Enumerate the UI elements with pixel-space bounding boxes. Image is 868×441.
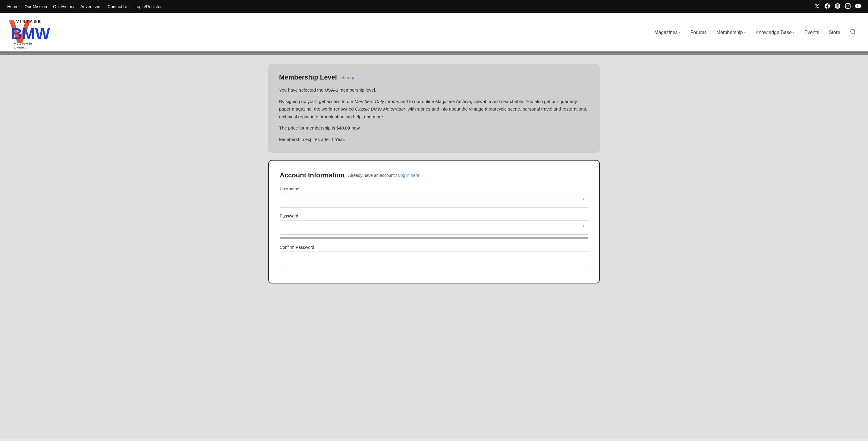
svg-text:BMW: BMW [11, 25, 50, 42]
login-here-link[interactable]: Log in here [398, 173, 419, 178]
account-info-title: Account Information Already have an acco… [280, 171, 588, 179]
username-label: Username [280, 186, 588, 191]
page-content: Membership Level change You have selecte… [0, 55, 868, 439]
nav-our-mission[interactable]: Our Mission [24, 4, 47, 9]
search-icon[interactable] [850, 29, 856, 36]
password-input[interactable] [280, 220, 588, 235]
password-input-wrapper: * [280, 220, 588, 235]
pinterest-icon[interactable] [835, 3, 840, 10]
username-field-group: Username * [280, 186, 588, 208]
confirm-password-label: Confirm Password [280, 245, 588, 250]
nav-magazines[interactable]: Magazines ▾ [654, 30, 681, 35]
facebook-icon[interactable] [825, 3, 830, 10]
expiry-text: Membership expires after 1 Year. [279, 135, 589, 144]
confirm-password-field-group: Confirm Password [280, 245, 588, 266]
instagram-icon[interactable] [845, 3, 850, 10]
price-text: The price for membership is $40.00 now. [279, 124, 589, 132]
twitter-icon[interactable] [814, 3, 820, 10]
username-required-star: * [583, 198, 585, 203]
top-nav: Home Our Mission Our History Advertisers… [7, 4, 161, 9]
svg-line-6 [854, 33, 855, 34]
membership-description: By signing up you'll get access to our M… [279, 98, 589, 121]
svg-point-5 [851, 30, 855, 33]
nav-home[interactable]: Home [7, 4, 19, 9]
nav-advertisers[interactable]: Advertisers [81, 4, 101, 9]
nav-knowledge-base[interactable]: Knowledge Base ▾ [755, 30, 795, 35]
nav-store[interactable]: Store [829, 30, 840, 35]
membership-chevron-icon: ▾ [744, 30, 746, 34]
confirm-password-input[interactable] [280, 252, 588, 266]
confirm-password-input-wrapper [280, 252, 588, 266]
svg-text:Owners: Owners [14, 46, 27, 49]
membership-level-title: Membership Level change [279, 73, 589, 81]
password-label: Password [280, 214, 588, 218]
nav-forums[interactable]: Forums [690, 30, 707, 35]
password-required-star: * [583, 225, 585, 230]
svg-text:Motorcycle: Motorcycle [14, 42, 32, 45]
change-membership-link[interactable]: change [341, 75, 355, 80]
header-band [0, 53, 868, 55]
knowledge-base-chevron-icon: ▾ [793, 30, 795, 34]
youtube-icon[interactable] [855, 3, 861, 10]
top-bar: Home Our Mission Our History Advertisers… [0, 0, 868, 13]
nav-membership[interactable]: Membership ▾ [716, 30, 746, 35]
main-navigation: Magazines ▾ Forums Membership ▾ Knowledg… [654, 29, 856, 36]
logo-area[interactable]: V BMW VINTAGE Motorcycle Owners [7, 14, 61, 51]
username-input-wrapper: * [280, 193, 588, 208]
magazines-chevron-icon: ▾ [679, 30, 681, 34]
account-form: Account Information Already have an acco… [268, 160, 600, 283]
social-icons [814, 3, 861, 10]
nav-events[interactable]: Events [804, 30, 819, 35]
main-header: V BMW VINTAGE Motorcycle Owners Magazine… [0, 13, 868, 53]
password-strength-bar [280, 237, 588, 239]
svg-text:VINTAGE: VINTAGE [16, 19, 42, 24]
selected-level-text: You have selected the USA-1 membership l… [279, 86, 589, 94]
nav-our-history[interactable]: Our History [53, 4, 74, 9]
nav-login-register[interactable]: Login/Register [134, 4, 161, 9]
nav-contact-us[interactable]: Contact Us [107, 4, 128, 9]
username-input[interactable] [280, 193, 588, 208]
password-field-group: Password * [280, 214, 588, 239]
membership-level-card: Membership Level change You have selecte… [268, 64, 600, 153]
site-logo: V BMW VINTAGE Motorcycle Owners [7, 14, 61, 51]
